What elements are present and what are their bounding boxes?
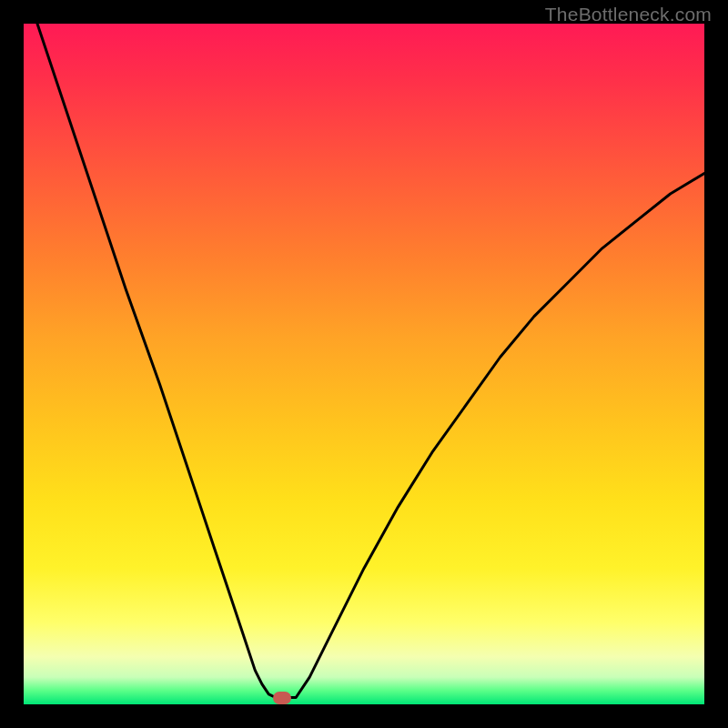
watermark-text: TheBottleneck.com [545,4,712,25]
plot-area [24,24,704,704]
chart-frame: TheBottleneck.com [0,0,728,728]
bottleneck-curve [24,24,704,704]
optimal-point-marker [273,692,291,704]
